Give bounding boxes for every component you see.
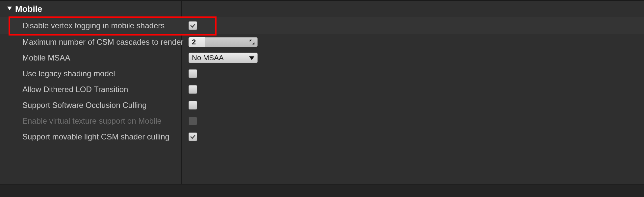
checkbox-disable-vertex-fogging[interactable] bbox=[189, 21, 197, 30]
row-sw-occlusion: Support Software Occlusion Culling bbox=[0, 97, 644, 113]
property-label: Maximum number of CSM cascades to render bbox=[22, 37, 184, 47]
row-legacy-shading: Use legacy shading model bbox=[0, 66, 644, 82]
value-cell bbox=[181, 17, 197, 34]
label-cell: Maximum number of CSM cascades to render bbox=[0, 34, 181, 50]
checkbox-dithered-lod[interactable] bbox=[189, 85, 197, 94]
row-mobile-msaa: Mobile MSAA No MSAA bbox=[0, 50, 644, 66]
label-cell: Allow Dithered LOD Transition bbox=[0, 82, 181, 97]
row-virtual-texture: Enable virtual texture support on Mobile bbox=[0, 113, 644, 129]
property-label: Allow Dithered LOD Transition bbox=[22, 85, 128, 94]
drag-handle-icon bbox=[249, 39, 255, 45]
value-cell: 2 bbox=[181, 34, 258, 50]
panel-bottom-gap bbox=[0, 184, 644, 197]
label-cell: Support Software Occlusion Culling bbox=[0, 97, 181, 113]
property-label: Mobile MSAA bbox=[22, 53, 70, 62]
section-header-mobile[interactable]: Mobile bbox=[0, 1, 644, 17]
property-rows: Disable vertex fogging in mobile shaders… bbox=[0, 17, 644, 145]
property-label: Enable virtual texture support on Mobile bbox=[22, 116, 162, 126]
row-dithered-lod: Allow Dithered LOD Transition bbox=[0, 82, 644, 97]
dropdown-selected: No MSAA bbox=[192, 54, 224, 62]
checkmark-icon bbox=[190, 134, 196, 140]
label-cell: Mobile MSAA bbox=[0, 50, 181, 66]
checkbox-movable-csm-culling[interactable] bbox=[189, 133, 197, 141]
label-cell: Support movable light CSM shader culling bbox=[0, 129, 181, 145]
row-max-csm-cascades: Maximum number of CSM cascades to render… bbox=[0, 34, 644, 50]
row-movable-csm-culling: Support movable light CSM shader culling bbox=[0, 129, 644, 145]
svg-marker-1 bbox=[250, 40, 252, 42]
property-label: Support Software Occlusion Culling bbox=[22, 101, 147, 110]
value-cell bbox=[181, 82, 197, 97]
label-cell: Enable virtual texture support on Mobile bbox=[0, 113, 181, 129]
dropdown-mobile-msaa[interactable]: No MSAA bbox=[189, 53, 258, 63]
checkbox-legacy-shading[interactable] bbox=[189, 69, 197, 78]
spinner-value: 2 bbox=[189, 38, 196, 46]
section-title: Mobile bbox=[15, 4, 42, 14]
property-label: Use legacy shading model bbox=[22, 69, 115, 78]
label-cell: Disable vertex fogging in mobile shaders bbox=[0, 17, 181, 34]
svg-marker-3 bbox=[249, 56, 254, 60]
caret-down-icon bbox=[249, 55, 254, 61]
checkmark-icon bbox=[190, 23, 196, 29]
label-cell: Use legacy shading model bbox=[0, 66, 181, 82]
value-cell bbox=[181, 113, 197, 129]
property-label: Support movable light CSM shader culling bbox=[22, 132, 169, 141]
svg-marker-0 bbox=[7, 7, 12, 10]
checkbox-virtual-texture bbox=[189, 117, 197, 125]
value-cell bbox=[181, 66, 197, 82]
expand-triangle-icon[interactable] bbox=[7, 7, 12, 11]
value-cell: No MSAA bbox=[181, 50, 258, 66]
value-cell bbox=[181, 129, 197, 145]
property-label: Disable vertex fogging in mobile shaders bbox=[22, 21, 165, 30]
spinner-max-csm-cascades[interactable]: 2 bbox=[189, 37, 258, 47]
value-cell bbox=[181, 97, 197, 113]
svg-marker-2 bbox=[252, 42, 254, 44]
checkbox-sw-occlusion[interactable] bbox=[189, 101, 197, 110]
settings-panel: Mobile Disable vertex fogging in mobile … bbox=[0, 0, 644, 197]
row-disable-vertex-fogging: Disable vertex fogging in mobile shaders bbox=[0, 17, 644, 34]
